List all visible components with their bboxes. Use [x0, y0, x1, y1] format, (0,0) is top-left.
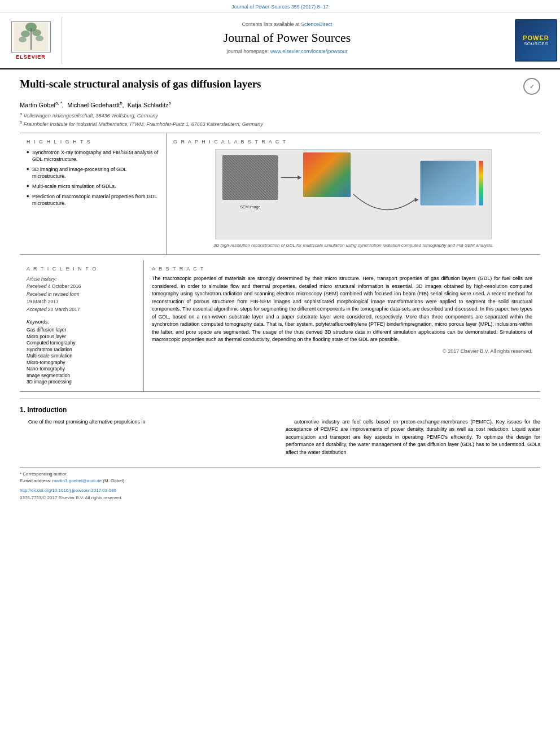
highlight-item-2: 3D imaging and image-processing of GDL m…	[27, 166, 159, 180]
science-direct-label: Contents lists available at ScienceDirec…	[73, 21, 501, 27]
doi-link[interactable]: http://dx.doi.org/10.1016/j.jpowsour.201…	[20, 488, 116, 493]
keyword-2: Micro porous layer	[27, 334, 137, 339]
journal-title: Journal of Power Sources	[73, 30, 501, 45]
intro-right-column: automotive industry are fuel cells based…	[286, 418, 540, 457]
abstract-text: The macroscopic properties of materials …	[152, 275, 532, 344]
date-revised: Received in revised form19 March 2017	[27, 291, 137, 306]
keywords-title: Keywords:	[27, 319, 137, 325]
journal-homepage-link[interactable]: www.elsevier.com/locate/jpowsour	[270, 49, 348, 54]
elsevier-tree-svg	[14, 23, 48, 51]
elsevier-logo: ELSEVIER	[11, 21, 51, 60]
elsevier-logo-image	[11, 21, 51, 53]
article-info-section: A R T I C L E I N F O Article history: R…	[20, 260, 540, 392]
corresponding-author-note: * Corresponding author.	[20, 471, 540, 477]
article-info-column: A R T I C L E I N F O Article history: R…	[20, 260, 144, 391]
article-title: Multi-scale structural analysis of gas d…	[20, 78, 518, 90]
keyword-5: Multi-scale simulation	[27, 353, 137, 359]
graphical-abstract-column: G R A P H I C A L A B S T R A C T	[167, 133, 540, 254]
journal-homepage: journal homepage: www.elsevier.com/locat…	[73, 49, 501, 54]
highlight-item-3: Multi-scale micro simulation of GDLs.	[27, 183, 159, 190]
keyword-7: Nano-tomography	[27, 366, 137, 372]
highlight-item-1: Synchrotron X-ray tomography and FIB/SEM…	[27, 149, 159, 163]
power-sources-badge: POWER SOURCES	[515, 19, 557, 62]
graphical-caption: 3D high-resolution reconstruction of GDL…	[173, 243, 533, 248]
keyword-4: Synchrotron radiation	[27, 347, 137, 352]
svg-point-5	[19, 37, 27, 42]
introduction-section: 1. Introduction One of the most promisin…	[20, 399, 540, 457]
abstract-column: A B S T R A C T The macroscopic properti…	[144, 260, 540, 391]
intro-left-text: One of the most promising alternative pr…	[20, 418, 274, 426]
graphical-image: SEM image	[215, 149, 492, 239]
journal-ref-link[interactable]: Journal of Power Sources 355 (2017) 8–17	[231, 4, 329, 10]
intro-right-text: automotive industry are fuel cells based…	[286, 418, 540, 457]
doi-section: http://dx.doi.org/10.1016/j.jpowsour.201…	[20, 487, 540, 493]
keyword-3: Computed tomography	[27, 340, 137, 346]
science-direct-link[interactable]: ScienceDirect	[301, 21, 333, 27]
article-history-label: Article history:	[27, 276, 137, 282]
copyright-text: © 2017 Elsevier B.V. All rights reserved…	[152, 348, 532, 354]
highlight-item-4: Prediction of macroscopic material prope…	[27, 193, 159, 207]
elsevier-logo-area: ELSEVIER	[0, 17, 62, 64]
article-dates: Received 4 October 2016 Received in revi…	[27, 283, 137, 313]
section-title: 1. Introduction	[20, 406, 540, 414]
email-footnote: E-mail address: martin3.goebel@audi.de (…	[20, 478, 540, 483]
author-3: Katja Schladitz	[128, 102, 169, 108]
affiliation-b: b Fraunhofer Institute for Industrial Ma…	[20, 120, 540, 127]
footnote-area: * Corresponding author. E-mail address: …	[20, 468, 540, 500]
elsevier-text: ELSEVIER	[11, 54, 51, 60]
highlights-header: H I G H L I G H T S	[27, 139, 159, 145]
badge-power-text: POWER	[523, 34, 549, 41]
article-info-header: A R T I C L E I N F O	[27, 266, 137, 272]
svg-point-6	[36, 36, 43, 41]
highlights-column: H I G H L I G H T S Synchrotron X-ray to…	[20, 133, 167, 254]
journal-badge-area: POWER SOURCES	[512, 17, 560, 64]
author-1: Martin Göbel	[20, 102, 55, 108]
crossmark-icon[interactable]: ✓	[523, 78, 540, 95]
svg-point-3	[21, 30, 30, 37]
journal-header: ELSEVIER Contents lists available at Sci…	[0, 12, 560, 69]
keyword-8: Image segmentation	[27, 373, 137, 378]
issn-line: 0378-7753/© 2017 Elsevier B.V. All right…	[20, 495, 540, 500]
intro-two-columns: One of the most promising alternative pr…	[20, 418, 540, 457]
svg-rect-15	[303, 152, 351, 197]
journal-header-center: Contents lists available at ScienceDirec…	[62, 17, 512, 64]
keyword-9: 3D image processing	[27, 379, 137, 385]
authors-line: Martin Göbela, *, Michael Godehardtb, Ka…	[20, 101, 540, 108]
graphical-image-area: SEM image	[173, 149, 533, 239]
keyword-6: Micro-tomography	[27, 360, 137, 365]
date-received: Received 4 October 2016	[27, 283, 137, 291]
affiliation-a: a Volkswagen Aktiengesellschaft, 38436 W…	[20, 111, 540, 119]
article-title-section: Multi-scale structural analysis of gas d…	[20, 78, 540, 95]
email-link[interactable]: martin3.goebel@audi.de	[53, 478, 102, 483]
intro-left-column: One of the most promising alternative pr…	[20, 418, 274, 457]
svg-marker-13	[298, 175, 301, 180]
author-2: Michael Godehardt	[67, 102, 120, 108]
svg-rect-8	[222, 155, 278, 200]
svg-text:SEM image: SEM image	[240, 204, 260, 209]
keywords-section: Keywords: Gas diffusion layer Micro poro…	[27, 319, 137, 385]
highlights-list: Synchrotron X-ray tomography and FIB/SEM…	[27, 149, 159, 207]
badge-sources-text: SOURCES	[524, 41, 548, 46]
svg-rect-19	[479, 160, 483, 205]
main-content: Multi-scale structural analysis of gas d…	[0, 69, 560, 509]
abstract-header: A B S T R A C T	[152, 266, 532, 272]
svg-rect-18	[421, 160, 476, 205]
top-bar: Journal of Power Sources 355 (2017) 8–17	[0, 0, 560, 12]
svg-marker-16	[415, 198, 419, 202]
page-wrapper: Journal of Power Sources 355 (2017) 8–17	[0, 0, 560, 747]
keyword-1: Gas diffusion layer	[27, 327, 137, 333]
svg-point-4	[32, 29, 41, 36]
graphical-abstract-header: G R A P H I C A L A B S T R A C T	[173, 139, 533, 145]
highlights-graphical-section: H I G H L I G H T S Synchrotron X-ray to…	[20, 133, 540, 255]
graphical-abstract-svg: SEM image	[216, 150, 491, 239]
date-accepted: Accepted 20 March 2017	[27, 306, 137, 314]
